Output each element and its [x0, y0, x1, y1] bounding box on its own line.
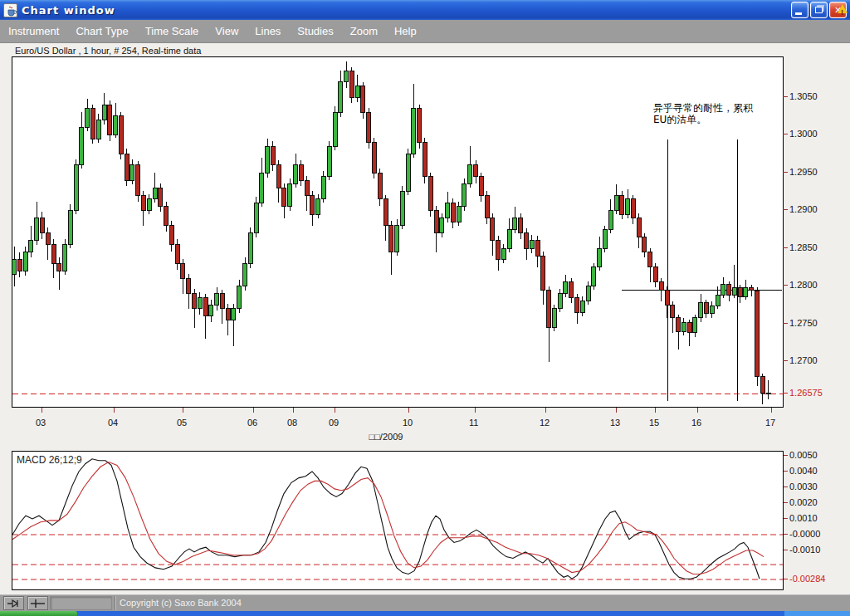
date-tick — [545, 408, 546, 413]
candle — [339, 71, 343, 117]
candle — [114, 103, 118, 138]
candle — [248, 227, 252, 268]
candle — [147, 194, 151, 215]
candle — [237, 280, 242, 313]
candle — [63, 239, 67, 275]
date-tick-label: 17 — [765, 418, 775, 428]
menu-help[interactable]: Help — [386, 20, 425, 42]
macd-last-label: -0.00284 — [789, 574, 825, 584]
candle — [321, 171, 325, 203]
candle — [299, 160, 303, 186]
taskbar-edge — [0, 611, 850, 616]
candle — [626, 189, 630, 218]
candle — [243, 257, 247, 291]
menu-studies[interactable]: Studies — [289, 20, 341, 42]
date-tick — [655, 408, 656, 413]
candle — [507, 218, 511, 252]
status-bar: Copyright (c) Saxo Bank 2004 — [0, 594, 850, 611]
candle — [586, 281, 590, 305]
candle — [57, 257, 61, 290]
candle — [665, 286, 669, 318]
menu-instrument[interactable]: Instrument — [0, 20, 67, 42]
candle — [395, 219, 399, 256]
candle — [631, 195, 635, 224]
date-tick-label: 15 — [649, 418, 659, 428]
candle — [187, 274, 191, 309]
candle — [457, 202, 461, 226]
candle — [750, 285, 754, 297]
menu-bar: InstrumentChart TypeTime ScaleViewLinesS… — [0, 20, 850, 43]
candle — [51, 239, 56, 278]
menu-chart-type[interactable]: Chart Type — [67, 20, 136, 42]
date-tick — [42, 408, 42, 413]
date-tick — [475, 408, 476, 413]
candle — [755, 287, 760, 385]
candle — [766, 380, 770, 399]
candle — [169, 221, 173, 251]
candle — [637, 213, 641, 248]
date-tick-label: 06 — [247, 418, 257, 428]
candle — [451, 198, 455, 228]
candle — [130, 159, 134, 184]
menu-zoom[interactable]: Zoom — [342, 20, 386, 42]
price-tick — [783, 134, 788, 134]
candle — [29, 226, 33, 257]
date-tick — [114, 408, 115, 413]
candle — [541, 252, 545, 306]
date-tick-label: 04 — [108, 418, 118, 428]
macd-chart-canvas[interactable] — [12, 451, 784, 590]
candle — [535, 236, 540, 266]
candle — [468, 146, 472, 188]
candle — [412, 84, 416, 158]
candle — [372, 138, 376, 178]
candle — [434, 206, 438, 252]
candle — [119, 112, 123, 159]
menu-view[interactable]: View — [207, 20, 247, 42]
candle — [552, 305, 556, 331]
candle — [462, 178, 467, 210]
date-tick — [183, 408, 183, 413]
macd-tick-label: 0.0050 — [789, 450, 818, 460]
menu-lines[interactable]: Lines — [247, 20, 289, 42]
last-price-tick — [783, 393, 788, 394]
candle — [704, 300, 708, 318]
price-tick-label: 1.2950 — [789, 167, 818, 177]
candle — [400, 186, 404, 229]
warning-triangle-icon — [838, 4, 848, 13]
candle — [598, 237, 602, 271]
candle — [316, 194, 320, 218]
candle — [760, 374, 765, 403]
candle — [428, 173, 432, 217]
menu-time-scale[interactable]: Time Scale — [137, 20, 208, 42]
candle — [305, 176, 309, 211]
macd-tick-label: 0.0020 — [789, 497, 818, 507]
price-tick-label: 1.2700 — [789, 355, 818, 365]
candle — [266, 139, 270, 178]
candle — [17, 252, 22, 277]
candle — [642, 233, 647, 257]
candle — [727, 281, 731, 301]
candle — [389, 221, 393, 275]
candle — [74, 159, 78, 214]
crosshair-tool-button[interactable] — [27, 596, 48, 610]
date-tick — [697, 408, 698, 413]
candle — [327, 141, 331, 180]
macd-tick-label: -0.0010 — [789, 545, 820, 555]
candle — [181, 259, 185, 294]
candle — [732, 265, 736, 298]
candle — [203, 294, 208, 340]
restore-button[interactable] — [810, 2, 828, 18]
start-button-edge[interactable] — [0, 611, 77, 616]
chart-header: Euro/US Dollar , 1 hour, # 254, Real-tim… — [15, 46, 201, 56]
candle — [693, 315, 697, 337]
pin-tool-button[interactable] — [3, 596, 24, 610]
price-tick — [783, 96, 788, 97]
candle — [423, 138, 427, 183]
candle — [232, 304, 236, 346]
title-bar[interactable]: Chart window ✕ — [0, 0, 850, 20]
close-button[interactable]: ✕ — [829, 2, 847, 18]
date-tick-label: 03 — [36, 418, 46, 428]
minimize-button[interactable] — [791, 2, 808, 18]
candle — [310, 191, 315, 226]
candle — [699, 294, 703, 323]
